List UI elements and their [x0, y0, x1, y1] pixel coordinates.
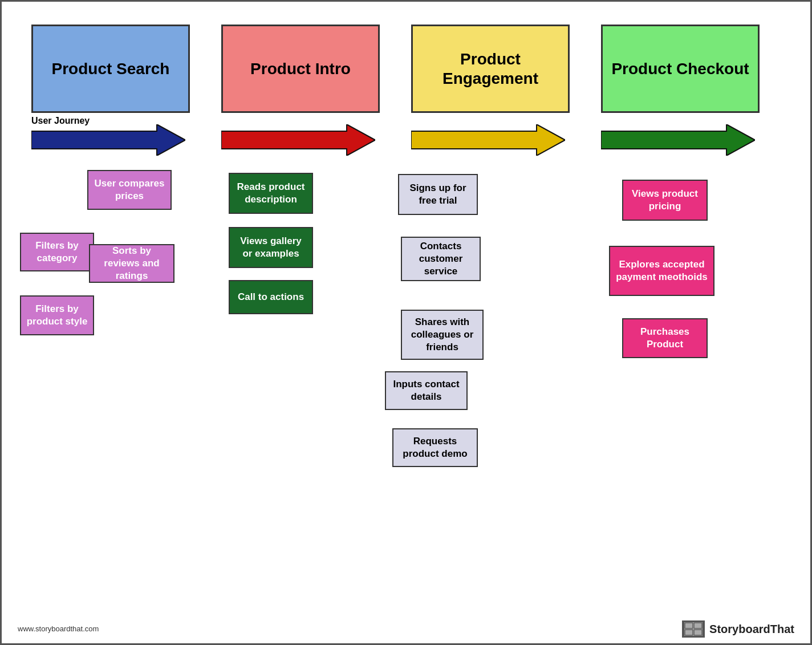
- footer-logo: StoryboardThat: [682, 620, 794, 638]
- box-sorts-reviews: Sorts by reviews and ratings: [89, 244, 174, 283]
- svg-rect-8: [694, 630, 702, 635]
- arrow-intro: [221, 124, 375, 156]
- box-signs-up-free-trial: Signs up for free trial: [398, 174, 478, 215]
- box-views-gallery: Views gallery or examples: [229, 227, 313, 268]
- box-user-compares-prices: User compares prices: [87, 170, 172, 210]
- phase-header-intro: Product Intro: [221, 25, 380, 113]
- phase-header-checkout: Product Checkout: [601, 25, 760, 113]
- box-call-to-actions: Call to actions: [229, 280, 313, 314]
- box-requests-product-demo: Requests product demo: [392, 428, 478, 467]
- box-views-product-pricing: Views product pricing: [622, 180, 708, 221]
- phase-header-search: Product Search: [31, 25, 190, 113]
- svg-marker-3: [601, 124, 755, 156]
- canvas: Product Search Product Intro Product Eng…: [2, 2, 810, 643]
- arrow-checkout: [601, 124, 755, 156]
- box-contacts-customer-service: Contacts customer service: [401, 237, 481, 281]
- svg-marker-1: [221, 124, 375, 156]
- logo-text: StoryboardThat: [709, 623, 794, 636]
- phase-header-engagement: Product Engagement: [411, 25, 570, 113]
- box-reads-product-description: Reads product description: [229, 173, 313, 214]
- box-shares-with-colleagues: Shares with colleagues or friends: [401, 310, 484, 360]
- box-filters-category: Filters by category: [20, 233, 94, 271]
- arrow-engagement: [411, 124, 565, 156]
- box-filters-product-style: Filters by product style: [20, 295, 94, 335]
- arrow-search: [31, 124, 185, 156]
- svg-marker-2: [411, 124, 565, 156]
- box-explores-payment-methods: Explores accepted payment meothoids: [609, 246, 714, 296]
- box-inputs-contact-details: Inputs contact details: [385, 371, 468, 410]
- svg-rect-7: [685, 630, 693, 635]
- svg-rect-5: [685, 623, 693, 628]
- svg-rect-6: [694, 623, 702, 628]
- storyboard-icon: [682, 620, 705, 638]
- footer-website: www.storyboardthat.com: [18, 624, 99, 633]
- box-purchases-product: Purchases Product: [622, 318, 708, 358]
- svg-marker-0: [31, 124, 185, 156]
